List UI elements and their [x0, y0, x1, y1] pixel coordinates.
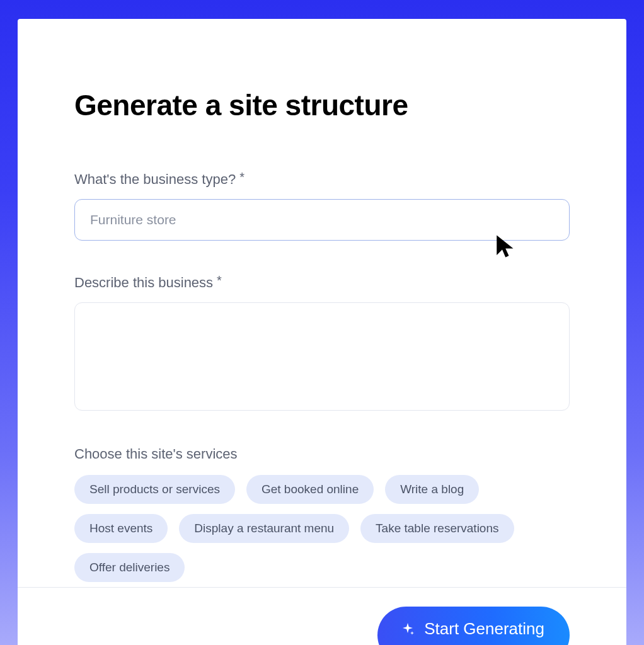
chip-get-booked[interactable]: Get booked online [246, 475, 374, 504]
page-title: Generate a site structure [74, 88, 570, 122]
describe-input[interactable] [74, 302, 570, 411]
form-card: Generate a site structure What's the bus… [18, 19, 626, 645]
chip-sell-products[interactable]: Sell products or services [74, 475, 235, 504]
chip-table-reservations[interactable]: Take table reservations [360, 514, 514, 543]
chip-host-events[interactable]: Host events [74, 514, 168, 543]
describe-label-text: Describe this business [74, 275, 213, 291]
business-type-label-text: What's the business type? [74, 171, 236, 188]
start-generating-button[interactable]: Start Generating [377, 607, 570, 645]
business-type-input[interactable] [74, 199, 570, 241]
required-mark: * [239, 170, 244, 185]
business-type-label: What's the business type? * [74, 171, 570, 188]
start-generating-label: Start Generating [424, 619, 544, 639]
describe-label: Describe this business * [74, 275, 570, 291]
footer-bar: Start Generating [18, 587, 626, 645]
required-mark: * [217, 273, 222, 288]
chip-write-blog[interactable]: Write a blog [385, 475, 479, 504]
chip-restaurant-menu[interactable]: Display a restaurant menu [179, 514, 349, 543]
services-label: Choose this site's services [74, 446, 570, 462]
chip-offer-deliveries[interactable]: Offer deliveries [74, 553, 185, 582]
sparkle-icon [400, 622, 415, 637]
service-chips: Sell products or services Get booked onl… [74, 475, 570, 582]
